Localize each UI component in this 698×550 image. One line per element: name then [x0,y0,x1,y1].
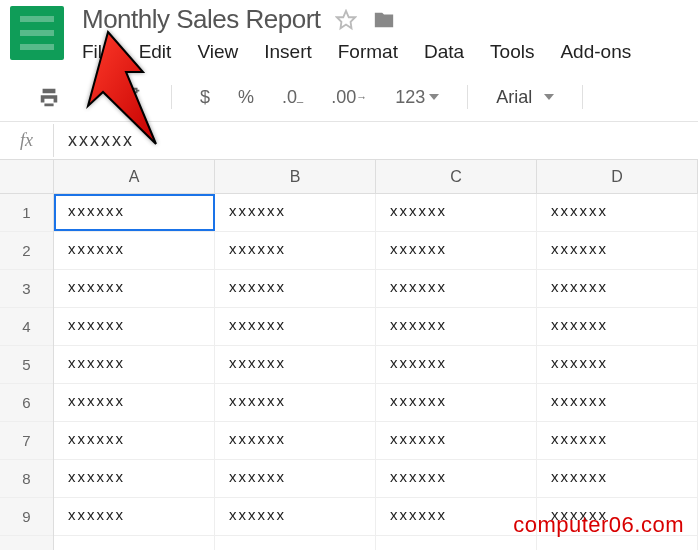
cell[interactable]: xxxxxx [215,232,376,269]
cell[interactable]: xxxxxx [376,194,537,231]
table-row: xxxxxxxxxxxxxxxxxxxxxxxx [54,194,698,232]
cell[interactable]: xxxxxx [376,460,537,497]
cell[interactable]: xxxxxx [537,308,698,345]
spreadsheet-grid: 1 2 3 4 5 6 7 8 9 10 A B C D xxxxxxxxxxx… [0,160,698,550]
menu-format[interactable]: Format [338,41,398,63]
menu-bar: File Edit View Insert Format Data Tools … [82,41,688,73]
cell[interactable]: xxxxxx [215,536,376,550]
row-header[interactable]: 5 [0,346,53,384]
menu-data[interactable]: Data [424,41,464,63]
cell[interactable]: xxxxxx [537,384,698,421]
table-row: xxxxxxxxxxxxxxxxxxxxxxxx [54,384,698,422]
row-header[interactable]: 4 [0,308,53,346]
cell[interactable]: xxxxxx [54,346,215,383]
cell[interactable]: xxxxxx [537,232,698,269]
separator [171,85,172,109]
table-row: xxxxxxxxxxxxxxxxxxxxxxxx [54,270,698,308]
table-row: xxxxxxxxxxxxxxxxxxxxxxxx [54,536,698,550]
cell[interactable]: xxxxxx [537,460,698,497]
sheets-logo[interactable] [10,6,64,60]
table-row: xxxxxxxxxxxxxxxxxxxxxxxx [54,460,698,498]
column-header[interactable]: A [54,160,215,194]
cell[interactable]: xxxxxx [376,232,537,269]
table-row: xxxxxxxxxxxxxxxxxxxxxxxx [54,346,698,384]
cell[interactable]: xxxxxx [215,460,376,497]
cell[interactable]: xxxxxx [215,194,376,231]
font-select[interactable]: Arial [496,87,554,108]
menu-view[interactable]: View [197,41,238,63]
star-icon[interactable] [335,9,357,31]
cell[interactable]: xxxxxx [215,308,376,345]
menu-tools[interactable]: Tools [490,41,534,63]
cell[interactable]: xxxxxx [537,536,698,550]
cell[interactable]: xxxxxx [215,346,376,383]
toolbar: · $ % .0_ .00→ 123 Arial [0,73,698,122]
column-header[interactable]: D [537,160,698,194]
menu-edit[interactable]: Edit [139,41,172,63]
menu-addons[interactable]: Add-ons [560,41,631,63]
menu-insert[interactable]: Insert [264,41,312,63]
cell[interactable]: xxxxxx [376,308,537,345]
cell[interactable]: xxxxxx [537,270,698,307]
cell[interactable]: xxxxxx [215,270,376,307]
cell[interactable]: xxxxxx [54,384,215,421]
cell[interactable]: xxxxxx [537,194,698,231]
cell[interactable]: xxxxxx [54,270,215,307]
row-header[interactable]: 9 [0,498,53,536]
table-row: xxxxxxxxxxxxxxxxxxxxxxxx [54,232,698,270]
chevron-down-icon [429,94,439,100]
cell[interactable]: xxxxxx [54,498,215,535]
menu-file[interactable]: File [82,41,113,63]
formula-bar: fx xxxxxx [0,122,698,160]
formula-input[interactable]: xxxxxx [54,124,148,157]
decrease-decimal-button[interactable]: .0_ [282,87,303,108]
cell[interactable]: xxxxxx [376,536,537,550]
row-header[interactable]: 3 [0,270,53,308]
more-formats-button[interactable]: 123 [395,87,439,108]
cell[interactable]: xxxxxx [376,422,537,459]
row-header[interactable]: 2 [0,232,53,270]
row-header[interactable]: 7 [0,422,53,460]
percent-button[interactable]: % [238,87,254,108]
select-all-corner[interactable] [0,160,53,194]
cell[interactable]: xxxxxx [376,346,537,383]
row-header[interactable]: 8 [0,460,53,498]
document-title[interactable]: Monthly Sales Report [82,4,321,35]
currency-button[interactable]: $ [200,87,210,108]
table-row: xxxxxxxxxxxxxxxxxxxxxxxx [54,308,698,346]
column-header[interactable]: C [376,160,537,194]
cell[interactable]: xxxxxx [54,194,215,231]
fx-label: fx [0,124,54,157]
svg-marker-0 [336,10,354,27]
table-row: xxxxxxxxxxxxxxxxxxxxxxxx [54,422,698,460]
row-header[interactable]: 10 [0,536,53,550]
print-icon[interactable] [38,86,60,108]
cell[interactable]: xxxxxx [376,384,537,421]
row-header[interactable]: 6 [0,384,53,422]
cell[interactable]: xxxxxx [54,232,215,269]
cell[interactable]: xxxxxx [215,384,376,421]
cell[interactable]: xxxxxx [215,422,376,459]
folder-icon[interactable] [371,9,397,31]
watermark: computer06.com [513,512,684,538]
paint-format-icon[interactable] [121,86,143,108]
separator [467,85,468,109]
cell[interactable]: xxxxxx [537,346,698,383]
row-header[interactable]: 1 [0,194,53,232]
column-header[interactable]: B [215,160,376,194]
cell[interactable]: xxxxxx [54,460,215,497]
cell[interactable]: xxxxxx [376,270,537,307]
chevron-down-icon [544,94,554,100]
increase-decimal-button[interactable]: .00→ [331,87,367,108]
cell[interactable]: xxxxxx [54,308,215,345]
cell[interactable]: xxxxxx [537,422,698,459]
separator [582,85,583,109]
cell[interactable]: xxxxxx [54,422,215,459]
cell[interactable]: xxxxxx [54,536,215,550]
cell[interactable]: xxxxxx [215,498,376,535]
